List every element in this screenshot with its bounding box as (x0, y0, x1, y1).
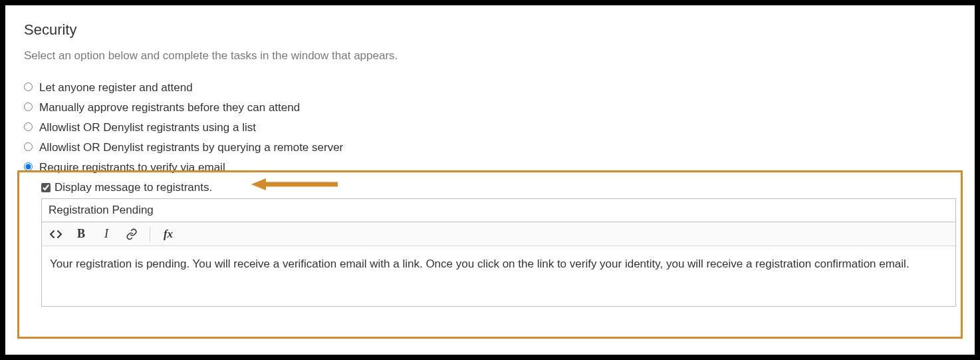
radio-manual[interactable] (24, 102, 33, 111)
option-list[interactable]: Allowlist OR Denylist registrants using … (24, 121, 956, 134)
italic-icon[interactable]: I (99, 227, 114, 242)
display-message-checkbox-row[interactable]: Display message to registrants. (41, 181, 956, 194)
section-title: Security (24, 21, 956, 39)
security-panel: Security Select an option below and comp… (5, 5, 975, 355)
section-description: Select an option below and complete the … (24, 49, 956, 63)
option-manual-label: Manually approve registrants before they… (39, 101, 300, 114)
bold-icon[interactable]: B (74, 227, 88, 242)
toolbar-separator (150, 228, 150, 241)
option-manual[interactable]: Manually approve registrants before they… (24, 101, 956, 114)
option-anyone-label: Let anyone register and attend (39, 81, 193, 94)
option-anyone[interactable]: Let anyone register and attend (24, 81, 956, 94)
option-remote-label: Allowlist OR Denylist registrants by que… (39, 141, 343, 154)
formula-icon[interactable]: fx (161, 227, 176, 242)
link-icon[interactable] (124, 227, 139, 242)
code-icon[interactable] (49, 227, 63, 242)
message-body-editor[interactable]: Your registration is pending. You will r… (42, 246, 955, 306)
rich-text-editor: B I fx Your registration is pending. You… (41, 222, 956, 307)
display-message-checkbox[interactable] (41, 183, 51, 192)
radio-verify-email[interactable] (24, 162, 33, 171)
editor-toolbar: B I fx (42, 222, 955, 246)
option-verify-email[interactable]: Require registrants to verify via email (24, 161, 956, 174)
message-title-input[interactable] (41, 198, 956, 222)
radio-remote[interactable] (24, 142, 33, 151)
display-message-label: Display message to registrants. (55, 181, 212, 194)
option-verify-label: Require registrants to verify via email (39, 161, 225, 174)
verify-settings-block: Display message to registrants. B I fx Y… (41, 181, 956, 307)
option-list-label: Allowlist OR Denylist registrants using … (39, 121, 256, 134)
radio-list[interactable] (24, 122, 33, 131)
option-remote[interactable]: Allowlist OR Denylist registrants by que… (24, 141, 956, 154)
radio-anyone[interactable] (24, 83, 33, 91)
